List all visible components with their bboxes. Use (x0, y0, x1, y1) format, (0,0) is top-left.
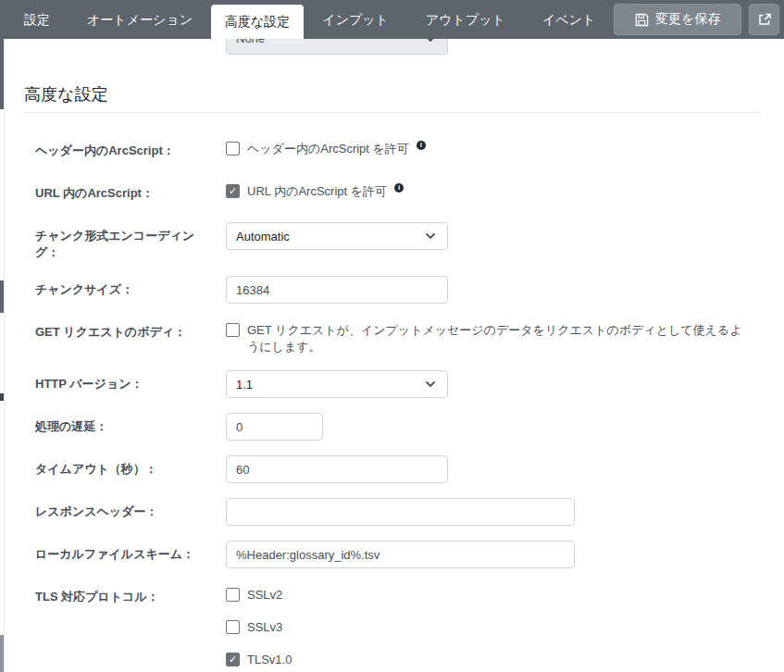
get-request-body-checkbox[interactable] (226, 323, 240, 337)
form-row-chunk-size: チャンクサイズ： (35, 276, 760, 304)
http-version-select[interactable]: 1.1 (226, 370, 448, 398)
field-label: レスポンスヘッダー： (35, 498, 226, 526)
settings-panel: 高度な設定 ヘッダー内のArcScript： ヘッダー内のArcScript を… (0, 0, 784, 668)
timeout-input[interactable] (226, 455, 448, 483)
arcscript-url-checkbox[interactable] (226, 184, 240, 198)
external-link-icon (757, 12, 772, 27)
checkbox-label[interactable]: SSLv3 (247, 619, 282, 636)
sslv3-checkbox[interactable] (226, 620, 240, 634)
arcscript-headers-checkbox[interactable] (226, 142, 240, 156)
tab-automation[interactable]: オートメーション (68, 0, 211, 39)
form-row-arcscript-url: URL 内のArcScript： URL 内のArcScript を許可 (35, 180, 760, 207)
open-external-button[interactable] (749, 4, 779, 35)
field-label: ローカルファイルスキーム： (35, 541, 226, 568)
field-label: タイムアウト（秒）： (35, 455, 226, 483)
field-label: HTTP バージョン： (35, 370, 226, 398)
top-navbar: 設定 オートメーション 高度な設定 インプット アウトプット イベント 変更を保… (0, 0, 784, 39)
info-icon[interactable] (417, 141, 426, 150)
chevron-down-icon (425, 380, 436, 388)
form-row-get-request-body: GET リクエストのボディ： GET リクエストが、インプットメッセージのデータ… (35, 318, 760, 355)
field-label: ヘッダー内のArcScript： (35, 137, 226, 165)
field-label: チャンクサイズ： (35, 276, 226, 304)
tab-output[interactable]: アウトプット (407, 0, 524, 39)
nav-actions: 変更を保存 (614, 0, 784, 39)
chevron-down-icon (425, 232, 436, 240)
section-title: 高度な設定 (24, 85, 784, 105)
response-headers-input[interactable] (226, 498, 575, 526)
field-label: 処理の遅延： (35, 413, 226, 441)
tls-option-tlsv10: TLSv1.0 (226, 652, 760, 668)
form-row-processing-delay: 処理の遅延： (35, 413, 760, 441)
local-file-scheme-input[interactable] (226, 541, 575, 568)
checkbox-label[interactable]: ヘッダー内のArcScript を許可 (247, 141, 409, 157)
field-label: URL 内のArcScript： (35, 180, 226, 207)
chunk-size-input[interactable] (226, 276, 448, 304)
tab-input[interactable]: インプット (304, 0, 407, 39)
form-row-timeout: タイムアウト（秒）： (35, 455, 760, 483)
section-divider (24, 112, 760, 113)
tab-settings[interactable]: 設定 (6, 0, 68, 39)
form-row-http-version: HTTP バージョン： 1.1 (35, 370, 760, 398)
form-row-chunked-encoding: チャンク形式エンコーディング： Automatic (35, 222, 760, 261)
connector-settings-page: 認証スキーム： None 設定 オートメーション 高度な設定 インプット アウト… (0, 0, 784, 672)
tab-events[interactable]: イベント (524, 0, 614, 39)
info-icon[interactable] (394, 183, 404, 193)
chunked-encoding-select[interactable]: Automatic (226, 222, 448, 250)
tls-option-sslv2: SSLv2 (226, 587, 760, 604)
form-row-response-headers: レスポンスヘッダー： (35, 498, 760, 526)
left-edge-segment (0, 280, 4, 313)
select-value: 1.1 (236, 378, 253, 392)
field-label: TLS 対応プロトコル： (35, 583, 226, 668)
left-edge-segment (0, 39, 4, 109)
select-value: Automatic (236, 230, 290, 243)
processing-delay-input[interactable] (226, 413, 323, 441)
left-edge-segment (0, 635, 4, 672)
sslv2-checkbox[interactable] (226, 588, 240, 602)
form-row-tls-protocols: TLS 対応プロトコル： SSLv2 SSLv3 TLSv1.0 (35, 583, 760, 668)
field-label: チャンク形式エンコーディング： (35, 222, 226, 261)
tls-option-sslv3: SSLv3 (226, 619, 760, 636)
checkbox-label[interactable]: TLSv1.0 (247, 652, 292, 668)
field-label: GET リクエストのボディ： (35, 318, 226, 355)
form-row-local-file-scheme: ローカルファイルスキーム： (35, 541, 760, 568)
save-changes-button[interactable]: 変更を保存 (614, 4, 741, 35)
form-row-arcscript-headers: ヘッダー内のArcScript： ヘッダー内のArcScript を許可 (35, 137, 760, 165)
advanced-settings-form: ヘッダー内のArcScript： ヘッダー内のArcScript を許可 URL… (35, 137, 760, 668)
left-panel-edge (4, 39, 5, 672)
checkbox-label[interactable]: GET リクエストが、インプットメッセージのデータをリクエストのボディとして使え… (247, 322, 752, 355)
checkbox-label[interactable]: SSLv2 (247, 587, 282, 604)
save-changes-label: 変更を保存 (655, 11, 720, 28)
tab-advanced-settings[interactable]: 高度な設定 (211, 5, 304, 39)
checkbox-label[interactable]: URL 内のArcScript を許可 (247, 183, 387, 200)
floppy-disk-icon (635, 13, 649, 27)
left-edge-segment (0, 393, 4, 401)
tlsv10-checkbox[interactable] (226, 653, 240, 666)
